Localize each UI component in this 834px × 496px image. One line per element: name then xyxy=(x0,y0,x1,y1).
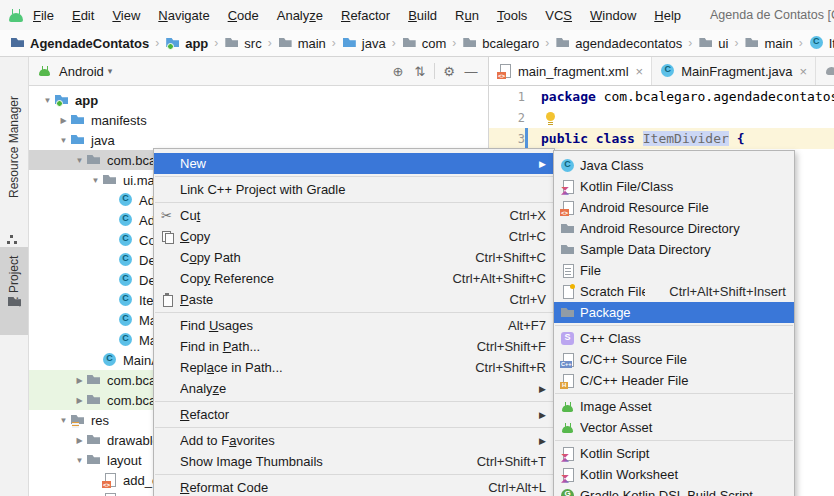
tree-item-java[interactable]: ▼java xyxy=(29,130,488,150)
tree-item-manifests[interactable]: ▶manifests xyxy=(29,110,488,130)
breadcrumb-separator: › xyxy=(448,36,460,50)
locate-file-icon[interactable]: ⊕ xyxy=(387,64,409,79)
breadcrumb-item-main[interactable]: main xyxy=(742,35,794,51)
menu-file[interactable]: File xyxy=(24,4,63,27)
context-menu-item-show-image-thumbnails[interactable]: Show Image ThumbnailsCtrl+Shift+T xyxy=(154,451,554,472)
class-icon xyxy=(118,192,134,208)
menu-item-shortcut: Ctrl+V xyxy=(510,292,546,307)
context-menu-item-reformat-code[interactable]: Reformat CodeCtrl+Alt+L xyxy=(154,477,554,496)
menu-navigate[interactable]: Navigate xyxy=(149,4,218,27)
class-icon xyxy=(809,35,825,51)
menu-edit[interactable]: Edit xyxy=(63,4,103,27)
submenu-item-c-class[interactable]: C++ Class xyxy=(554,328,794,349)
project-folder-icon xyxy=(7,294,21,308)
submenu-item-android-resource-file[interactable]: Android Resource File xyxy=(554,197,794,218)
context-menu-item-paste[interactable]: PasteCtrl+V xyxy=(154,289,554,310)
submenu-item-kotlin-worksheet[interactable]: Kotlin Worksheet xyxy=(554,464,794,485)
close-icon[interactable]: × xyxy=(799,64,807,79)
context-menu-item-analyze[interactable]: Analyze▶ xyxy=(154,378,554,399)
context-menu-item-replace-in-path[interactable]: Replace in Path...Ctrl+Shift+R xyxy=(154,357,554,378)
folder-blue-icon xyxy=(70,132,86,148)
context-menu-item-new[interactable]: New▶ xyxy=(154,153,554,174)
menu-tools[interactable]: Tools xyxy=(488,4,536,27)
tree-expanded-arrow-icon[interactable]: ▼ xyxy=(57,416,70,425)
context-menu-item-copy[interactable]: CopyCtrl+C xyxy=(154,226,554,247)
chevron-down-icon[interactable]: ▾ xyxy=(108,66,113,76)
breadcrumb-item-agendadecontatos[interactable]: AgendadeContatos xyxy=(8,35,151,51)
breadcrumb-item-bcalegaro[interactable]: bcalegaro xyxy=(460,35,541,51)
tree-expanded-arrow-icon[interactable]: ▼ xyxy=(73,456,86,465)
breadcrumb-item-main[interactable]: main xyxy=(276,35,328,51)
menu-separator xyxy=(155,176,553,177)
breadcrumb-item-com[interactable]: com xyxy=(400,35,449,51)
submenu-item-sample-data-directory[interactable]: Sample Data Directory xyxy=(554,239,794,260)
tree-expanded-arrow-icon[interactable]: ▼ xyxy=(89,176,102,185)
breadcrumb-item-itemdivider[interactable]: ItemDivider xyxy=(807,35,834,51)
menu-build[interactable]: Build xyxy=(399,4,446,27)
menu-refactor[interactable]: Refactor xyxy=(332,4,399,27)
resource-manager-tool-button[interactable]: Resource Manager xyxy=(0,67,28,227)
menu-item-label: Vector Asset xyxy=(580,420,786,435)
submenu-item-file[interactable]: File xyxy=(554,260,794,281)
submenu-item-vector-asset[interactable]: Vector Asset xyxy=(554,417,794,438)
folder-icon xyxy=(698,35,714,51)
submenu-item-c-c-source-file[interactable]: C/C++ Source File xyxy=(554,349,794,370)
breadcrumb-item-app[interactable]: app xyxy=(163,35,210,51)
submenu-item-package[interactable]: Package xyxy=(554,302,794,323)
tree-collapsed-arrow-icon[interactable]: ▶ xyxy=(57,116,70,125)
project-view-selector[interactable]: Android xyxy=(59,64,104,79)
submenu-item-gradle-kotlin-dsl-build-script[interactable]: Gradle Kotlin DSL Build Script xyxy=(554,485,794,496)
submenu-item-kotlin-script[interactable]: Kotlin Script xyxy=(554,443,794,464)
collapse-all-icon[interactable]: ⇅ xyxy=(409,64,431,79)
close-icon[interactable]: × xyxy=(636,64,644,79)
submenu-item-c-c-header-file[interactable]: C/C++ Header File xyxy=(554,370,794,391)
breadcrumb-item-java[interactable]: java xyxy=(340,35,388,51)
menu-item-label: Find in Path... xyxy=(180,339,453,354)
tab-mainfragment-java[interactable]: MainFragment.java× xyxy=(652,57,816,85)
intention-lightbulb-icon[interactable] xyxy=(545,111,557,125)
tree-item-app[interactable]: ▼app xyxy=(29,90,488,110)
tree-expanded-arrow-icon[interactable]: ▼ xyxy=(57,136,70,145)
menu-code[interactable]: Code xyxy=(219,4,268,27)
context-menu-item-copy-reference[interactable]: Copy ReferenceCtrl+Alt+Shift+C xyxy=(154,268,554,289)
tree-collapsed-arrow-icon[interactable]: ▶ xyxy=(73,436,86,445)
menu-analyze[interactable]: Analyze xyxy=(268,4,332,27)
cpp-header-icon xyxy=(560,373,576,389)
context-menu-item-copy-path[interactable]: Copy PathCtrl+Shift+C xyxy=(154,247,554,268)
submenu-item-android-resource-directory[interactable]: Android Resource Directory xyxy=(554,218,794,239)
context-menu-item-cut[interactable]: CutCtrl+X xyxy=(154,205,554,226)
menu-item-label: Kotlin Worksheet xyxy=(580,467,786,482)
gear-icon[interactable]: ⚙ xyxy=(438,64,460,79)
submenu-item-scratch-file[interactable]: Scratch FileCtrl+Alt+Shift+Insert xyxy=(554,281,794,302)
hide-panel-icon[interactable]: — xyxy=(460,64,482,79)
class-icon xyxy=(118,292,134,308)
context-menu-item-find-usages[interactable]: Find UsagesAlt+F7 xyxy=(154,315,554,336)
tree-expanded-arrow-icon[interactable]: ▼ xyxy=(41,96,54,105)
breadcrumb-item-agendadecontatos[interactable]: agendadecontatos xyxy=(553,35,684,51)
submenu-item-image-asset[interactable]: Image Asset xyxy=(554,396,794,417)
context-menu-item-find-in-path[interactable]: Find in Path...Ctrl+Shift+F xyxy=(154,336,554,357)
breadcrumb-item-ui[interactable]: ui xyxy=(696,35,730,51)
breadcrumb-item-src[interactable]: src xyxy=(222,35,263,51)
context-menu-item-add-to-favorites[interactable]: Add to Favorites▶ xyxy=(154,430,554,451)
menu-run[interactable]: Run xyxy=(446,4,488,27)
submenu-item-java-class[interactable]: Java Class xyxy=(554,155,794,176)
tab-main-fragment-xml[interactable]: main_fragment.xml× xyxy=(489,57,652,85)
menu-item-label: Copy Path xyxy=(180,250,451,265)
menu-vcs[interactable]: VCS xyxy=(536,4,581,27)
project-tool-button[interactable]: 1: Project xyxy=(0,247,28,335)
menu-help[interactable]: Help xyxy=(645,4,690,27)
context-menu-item-refactor[interactable]: Refactor▶ xyxy=(154,404,554,425)
cpp-class-icon xyxy=(560,330,580,347)
menu-item-shortcut: Ctrl+X xyxy=(510,208,546,223)
tab-build[interactable]: build. xyxy=(816,57,834,85)
context-menu-item-link-c-project-with-gradle[interactable]: Link C++ Project with Gradle xyxy=(154,179,554,200)
copy-icon xyxy=(160,228,180,245)
menu-view[interactable]: View xyxy=(103,4,149,27)
submenu-item-kotlin-file-class[interactable]: Kotlin File/Class xyxy=(554,176,794,197)
menu-window[interactable]: Window xyxy=(581,4,645,27)
tree-collapsed-arrow-icon[interactable]: ▶ xyxy=(73,396,86,405)
android-icon xyxy=(560,419,580,436)
tree-expanded-arrow-icon[interactable]: ▼ xyxy=(73,156,86,165)
tree-collapsed-arrow-icon[interactable]: ▶ xyxy=(73,376,86,385)
